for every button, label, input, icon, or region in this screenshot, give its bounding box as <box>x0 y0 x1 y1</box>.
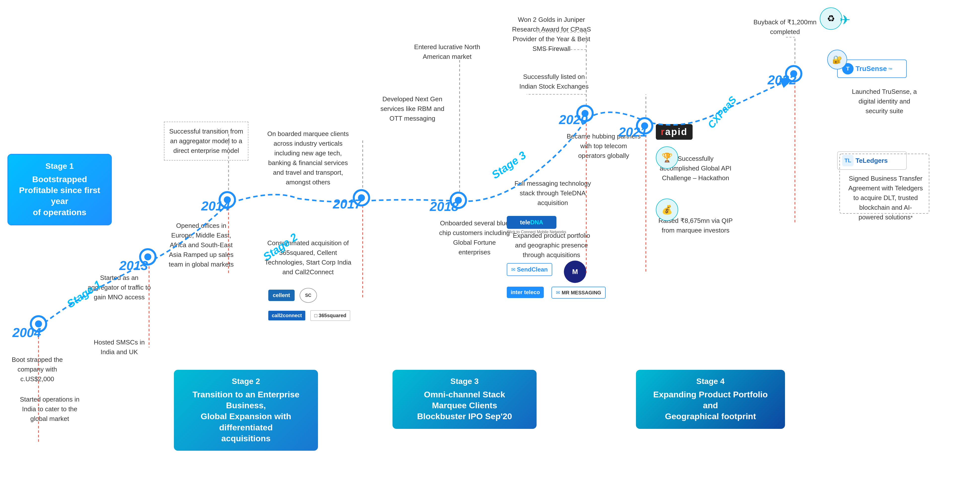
year-2021: 2021 <box>619 125 648 140</box>
year-2013: 2013 <box>119 258 148 273</box>
svg-rect-18 <box>840 154 929 213</box>
year-2018: 2018 <box>430 199 458 214</box>
year-2022: 2022 <box>768 73 796 87</box>
timeline-svg <box>0 0 980 479</box>
year-2017: 2017 <box>333 197 362 211</box>
year-2004: 2004 <box>13 325 41 340</box>
year-2014: 2014 <box>201 198 230 213</box>
year-2020: 2020 <box>559 112 588 127</box>
timeline-container: Stage 1 BootstrappedProfitable since fir… <box>0 0 980 479</box>
